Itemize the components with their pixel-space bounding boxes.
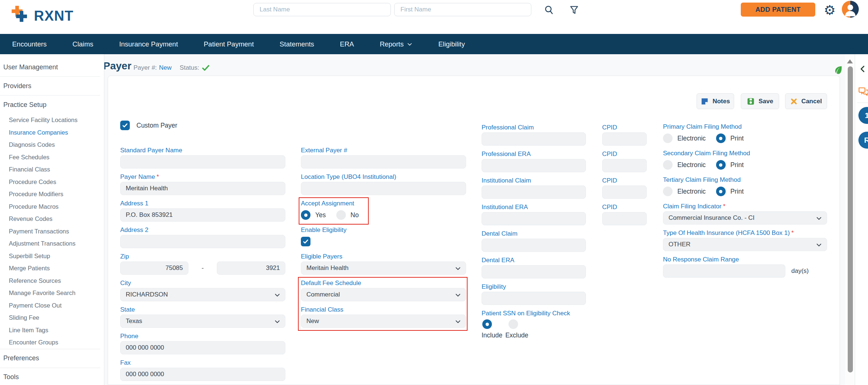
nav-encounters[interactable]: Encounters — [12, 40, 47, 48]
rxnt-cross-icon — [11, 5, 30, 27]
payer-name-input[interactable] — [120, 182, 285, 195]
external-payer-number-input[interactable] — [301, 155, 466, 169]
sidebar-item-diagnosis-codes[interactable]: Diagnosis Codes — [0, 139, 104, 151]
phone-input[interactable] — [120, 341, 285, 354]
add-patient-button[interactable]: ADD PATIENT — [741, 3, 815, 17]
sidebar-item-preferences[interactable]: Preferences — [0, 349, 104, 368]
nav-statements[interactable]: Statements — [280, 40, 314, 48]
secondary-cfm-electronic-radio[interactable] — [663, 160, 673, 170]
nav-eligibility[interactable]: Eligibility — [438, 40, 465, 48]
city-select[interactable]: RICHARDSON — [120, 288, 285, 301]
search-icon[interactable] — [543, 4, 555, 16]
sidebar-item-procedure-codes[interactable]: Procedure Codes — [0, 176, 104, 188]
sidebar-item-service-facility-locations[interactable]: Service Facility Locations — [0, 114, 104, 126]
dental-claim-input[interactable] — [482, 239, 586, 252]
sidebar-item-revenue-codes[interactable]: Revenue Codes — [0, 213, 104, 225]
secondary-cfm-print-radio[interactable] — [716, 160, 726, 170]
standard-payer-name-input[interactable] — [120, 155, 285, 169]
custom-payer-checkbox[interactable] — [120, 121, 130, 130]
sidebar-item-sliding-fee[interactable]: Sliding Fee — [0, 312, 104, 324]
panel-badge-r[interactable]: R — [858, 132, 868, 149]
sidebar-item-insurance-companies[interactable]: Insurance Companies — [0, 126, 104, 139]
primary-cfm-print-label: Print — [730, 135, 744, 142]
collapse-chevron-left-icon[interactable] — [859, 65, 867, 75]
sidebar-item-tools[interactable]: Tools — [0, 368, 104, 385]
sidebar-item-manage-favorite-search[interactable]: Manage Favorite Search — [0, 287, 104, 299]
address2-input[interactable] — [120, 235, 285, 248]
enable-eligibility-checkbox[interactable] — [301, 237, 310, 246]
user-avatar[interactable] — [842, 1, 859, 18]
default-fee-schedule-select[interactable]: Commercial — [301, 288, 466, 301]
page-title: Payer — [103, 60, 131, 72]
panel-badge-1[interactable]: 1 — [858, 107, 868, 124]
accept-assignment-yes-radio[interactable] — [301, 210, 310, 220]
sidebar-item-superbill-setup[interactable]: Superbill Setup — [0, 250, 104, 263]
institutional-claim-input[interactable] — [482, 185, 586, 199]
chat-icon[interactable] — [858, 87, 868, 98]
financial-class-select[interactable]: New — [301, 315, 466, 328]
ssn-include-label: Include — [482, 332, 502, 339]
sidebar-item-procedure-macros[interactable]: Procedure Macros — [0, 201, 104, 213]
notes-button[interactable]: Notes — [697, 93, 734, 109]
cancel-button[interactable]: Cancel — [785, 93, 827, 109]
nav-insurance-payment[interactable]: Insurance Payment — [119, 40, 178, 48]
cpid-institutional-era-input[interactable] — [602, 212, 647, 225]
last-name-input[interactable] — [253, 3, 391, 16]
cpid-professional-era-input[interactable] — [602, 159, 647, 172]
save-button[interactable]: Save — [741, 93, 779, 109]
rxnt-logo[interactable]: RXNT — [11, 5, 73, 27]
no-response-claim-range-input[interactable] — [663, 264, 785, 278]
state-group: State Texas — [120, 306, 285, 328]
fax-input[interactable] — [120, 368, 285, 381]
sidebar-item-merge-patients[interactable]: Merge Patients — [0, 262, 104, 275]
location-type-input[interactable] — [301, 182, 466, 195]
payer-number-value[interactable]: New — [159, 64, 171, 72]
professional-claim-input[interactable] — [482, 132, 586, 146]
custom-payer-row: Custom Payer — [120, 121, 285, 130]
zip4-input[interactable] — [217, 261, 285, 275]
cpid-institutional-claim-input[interactable] — [602, 185, 647, 199]
sidebar-item-user-management[interactable]: User Management — [0, 58, 104, 76]
primary-cfm-electronic-radio[interactable] — [663, 133, 673, 143]
sidebar-item-encounter-groups[interactable]: Encounter Groups — [0, 336, 104, 349]
address1-input[interactable] — [120, 208, 285, 222]
nav-claims[interactable]: Claims — [73, 40, 94, 48]
state-select[interactable]: Texas — [120, 315, 285, 328]
scroll-up-arrow[interactable] — [847, 59, 853, 63]
sidebar-item-fee-schedules[interactable]: Fee Schedules — [0, 151, 104, 164]
nav-era[interactable]: ERA — [340, 40, 354, 48]
ssn-exclude-radio[interactable] — [508, 319, 518, 329]
sidebar-item-financial-class[interactable]: Financial Class — [0, 163, 104, 176]
type-of-health-insurance-select[interactable]: OTHER — [663, 238, 827, 251]
sidebar-item-practice-setup[interactable]: Practice Setup — [0, 96, 104, 114]
dental-era-input[interactable] — [482, 265, 586, 278]
gear-icon[interactable]: ⚙ — [824, 1, 836, 19]
eligibility-input[interactable] — [482, 292, 586, 305]
sidebar-item-payment-close-out[interactable]: Payment Close Out — [0, 299, 104, 312]
professional-era-input[interactable] — [482, 159, 586, 172]
sidebar-item-payment-transactions[interactable]: Payment Transactions — [0, 225, 104, 238]
institutional-era-input[interactable] — [482, 212, 586, 225]
sidebar-item-reference-sources[interactable]: Reference Sources — [0, 275, 104, 287]
zip5-input[interactable] — [120, 261, 188, 275]
accept-assignment-no-radio[interactable] — [336, 210, 346, 220]
claim-filing-indicator-select[interactable]: Commercial Insurance Co. - CI — [663, 211, 827, 225]
nav-patient-payment[interactable]: Patient Payment — [204, 40, 254, 48]
ssn-include-radio[interactable] — [482, 319, 492, 329]
scrollbar-thumb[interactable] — [848, 66, 853, 372]
cpid-professional-claim-input[interactable] — [602, 132, 647, 146]
sidebar-item-line-item-tags[interactable]: Line Item Tags — [0, 324, 104, 337]
primary-cfm-print-radio[interactable] — [716, 133, 726, 143]
sidebar-item-procedure-modifiers[interactable]: Procedure Modifiers — [0, 188, 104, 201]
tertiary-cfm-electronic-radio[interactable] — [663, 187, 673, 196]
form-column-2: External Payer # Location Type (UBO4 Ins… — [301, 146, 466, 332]
chevron-down-icon — [274, 318, 281, 327]
sidebar-item-providers[interactable]: Providers — [0, 77, 104, 95]
tertiary-cfm-print-radio[interactable] — [716, 187, 726, 196]
accept-assignment-label: Accept Assignment — [301, 200, 466, 208]
nav-reports[interactable]: Reports — [380, 40, 413, 48]
filter-icon[interactable] — [568, 4, 580, 16]
first-name-input[interactable] — [394, 3, 531, 16]
sidebar-item-adjustment-transactions[interactable]: Adjustment Transactions — [0, 237, 104, 250]
eligible-payers-select[interactable]: Meritain Health — [301, 261, 466, 275]
